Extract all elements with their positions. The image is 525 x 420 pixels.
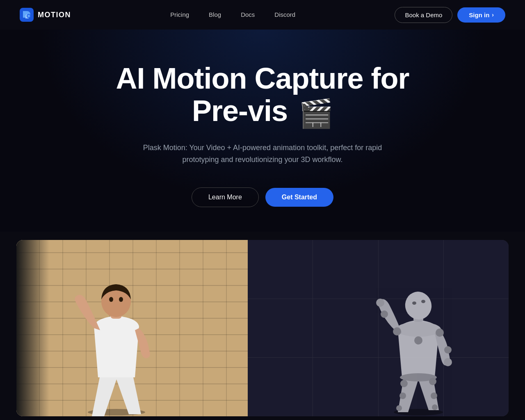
- svg-point-14: [376, 299, 384, 307]
- learn-more-button[interactable]: Learn More: [192, 187, 259, 207]
- nav-links: Pricing Blog Docs Discord: [170, 11, 295, 18]
- person-figure-svg: [63, 260, 178, 416]
- nav-discord[interactable]: Discord: [274, 11, 295, 18]
- nav-pricing[interactable]: Pricing: [170, 11, 189, 18]
- svg-point-19: [412, 301, 416, 305]
- navbar: MOTION Pricing Blog Docs Discord Book a …: [0, 0, 525, 30]
- svg-point-18: [402, 289, 434, 322]
- svg-point-13: [381, 310, 388, 318]
- svg-point-16: [444, 358, 452, 366]
- svg-point-9: [399, 393, 406, 399]
- svg-point-23: [429, 378, 436, 385]
- svg-point-26: [393, 327, 401, 336]
- hero-title: AI Motion Capture for Pre-vis 🎬: [116, 62, 409, 129]
- logo-text: MOTION: [38, 11, 71, 19]
- 3d-character-area: [353, 260, 484, 416]
- svg-point-24: [396, 405, 402, 411]
- robot-figure-svg: [365, 269, 472, 416]
- svg-point-22: [400, 380, 408, 387]
- demo-video-section: [0, 240, 525, 416]
- nav-blog[interactable]: Blog: [209, 11, 221, 18]
- video-right-panel: [248, 240, 509, 416]
- hero-subtitle: Plask Motion: Your Video + AI-powered an…: [135, 142, 390, 166]
- clapper-emoji: 🎬: [299, 98, 333, 129]
- svg-point-12: [396, 322, 441, 337]
- svg-point-21: [414, 336, 422, 345]
- nav-docs[interactable]: Docs: [241, 11, 255, 18]
- svg-point-2: [27, 15, 30, 17]
- video-container: [16, 240, 509, 416]
- svg-point-7: [119, 297, 123, 302]
- arrow-right-icon: ›: [492, 11, 494, 18]
- svg-point-25: [432, 404, 438, 410]
- svg-point-6: [109, 297, 113, 302]
- logo-icon: [20, 8, 34, 22]
- nav-actions: Book a Demo Sign in ›: [395, 7, 505, 23]
- svg-point-10: [431, 393, 437, 399]
- sign-in-button[interactable]: Sign in ›: [457, 7, 505, 23]
- svg-point-15: [444, 346, 452, 354]
- logo-link[interactable]: MOTION: [20, 8, 71, 22]
- svg-point-20: [421, 300, 425, 303]
- get-started-button[interactable]: Get Started: [265, 188, 333, 207]
- svg-point-27: [436, 329, 444, 337]
- hero-section: AI Motion Capture for Pre-vis 🎬 Plask Mo…: [0, 30, 525, 232]
- hero-buttons: Learn More Get Started: [192, 187, 333, 207]
- book-demo-button[interactable]: Book a Demo: [395, 7, 452, 23]
- video-left-panel: [16, 240, 248, 416]
